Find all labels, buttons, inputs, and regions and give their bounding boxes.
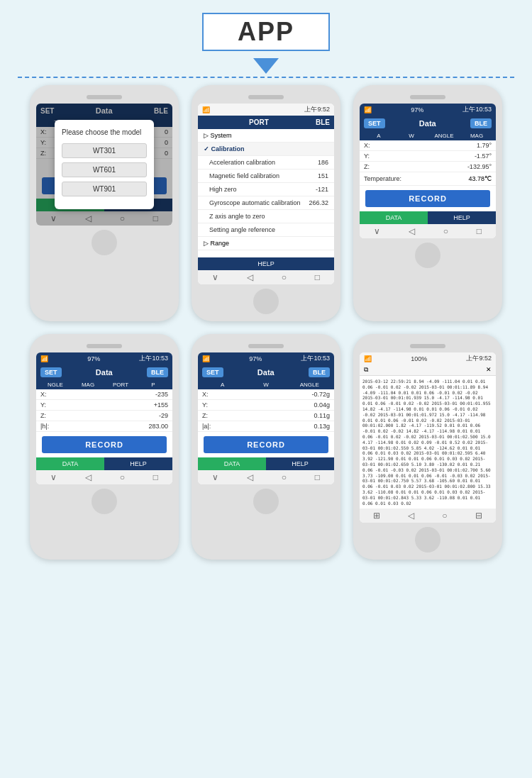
phone6-battery: 100% — [411, 355, 427, 362]
phone5-cols: A W ANGLE — [198, 380, 334, 389]
z-axis-label: Z axis angle to zero — [209, 213, 265, 220]
phone5-data-btn[interactable]: DATA — [198, 457, 266, 470]
phone3-signal: 📶 — [364, 106, 372, 113]
phone4-row-z: Z: -29 — [36, 411, 172, 421]
menu-high-zero[interactable]: High zero -121 — [198, 183, 334, 196]
phone5-row-a: |a|: 0.13g — [198, 421, 334, 432]
phone6-home-button[interactable] — [415, 527, 440, 552]
p5-label-y: Y: — [202, 401, 222, 409]
speaker2 — [248, 95, 284, 99]
phone3-cols: A W ANGLE MAG — [360, 131, 496, 140]
header: APP — [0, 0, 532, 55]
nav3-home: ○ — [443, 226, 448, 236]
phone4-help-btn[interactable]: HELP — [104, 457, 172, 470]
col3-w: W — [395, 133, 428, 139]
menu-gyro-auto[interactable]: Gyroscope automatic calibration 266.32 — [198, 196, 334, 210]
menu-z-axis[interactable]: Z axis angle to zero — [198, 210, 334, 223]
phone4-home-button[interactable] — [92, 489, 117, 514]
angle-ref-label: Setting angle reference — [209, 226, 275, 233]
phone1-home-button[interactable] — [92, 230, 117, 255]
mag-calib-value: 151 — [303, 172, 328, 179]
phone6-csv: 2015-03-12 22:59:21 8.94 -4.09 -111.04 0… — [360, 376, 496, 509]
phone-6: 📶 100% 上午9:52 ⧉ ✕ 2015-03-12 22:59:21 8.… — [353, 334, 502, 560]
phone4-ble-btn[interactable]: BLE — [147, 367, 168, 377]
phone3-help-btn[interactable]: HELP — [428, 211, 496, 224]
modal-title: Please choose the model — [62, 128, 147, 136]
phone4-title: Data — [96, 368, 113, 377]
p4-value-y: +155 — [60, 401, 168, 409]
phone5-set-btn[interactable]: SET — [202, 367, 223, 377]
phone-6-screen: 📶 100% 上午9:52 ⧉ ✕ 2015-03-12 22:59:21 8.… — [360, 352, 496, 523]
menu-accel-calib[interactable]: Acceleration calibration 186 — [198, 156, 334, 170]
nav4-down: ∨ — [50, 472, 57, 482]
nav5-home: ○ — [282, 472, 287, 482]
phone3-home-button[interactable] — [415, 243, 440, 268]
phone-3: 📶 97% 上午10:53 SET Data BLE A W ANGLE MAG… — [353, 85, 502, 321]
phone2-home-button[interactable] — [253, 289, 279, 314]
phone4-set-btn[interactable]: SET — [40, 367, 62, 377]
phone3-row-y: Y: -1.57° — [360, 151, 496, 162]
phone5-help-btn[interactable]: HELP — [266, 457, 334, 470]
phone-2-screen: 📶 上午9:52 PORT BLE ▷ System ✓ Calibration… — [198, 104, 334, 284]
nav6-home: ○ — [442, 511, 447, 521]
col4-2: PORT — [104, 382, 137, 388]
phone6-copy-icon[interactable]: ⧉ — [364, 366, 368, 374]
model-wt901[interactable]: WT901 — [62, 182, 147, 196]
model-wt601[interactable]: WT601 — [62, 162, 147, 177]
phone4-bottom-nav: DATA HELP — [36, 457, 172, 470]
phone3-row-x: X: 1.79° — [360, 140, 496, 151]
phone6-close-icon[interactable]: ✕ — [486, 366, 492, 374]
phone3-record[interactable]: RECORD — [365, 190, 490, 207]
phone3-data-btn[interactable]: DATA — [360, 211, 428, 224]
phone2-navbar: ∨ ◁ ○ □ — [198, 270, 334, 284]
accel-calib-label: Acceleration calibration — [209, 159, 275, 166]
phone5-title: Data — [257, 368, 275, 377]
speaker — [87, 95, 122, 99]
menu-angle-ref[interactable]: Setting angle reference — [198, 223, 334, 237]
phone2-ble[interactable]: BLE — [316, 118, 330, 126]
phone-4: 📶 97% 上午10:53 SET Data BLE NGLE MAG PORT… — [30, 334, 179, 560]
phone4-data-btn[interactable]: DATA — [36, 457, 104, 470]
phone2-help-btn[interactable]: HELP — [198, 257, 334, 270]
phone2-appbar: PORT BLE — [198, 116, 334, 129]
phone5-time: 上午10:53 — [301, 354, 330, 363]
col5-2: ANGLE — [288, 382, 331, 388]
phone4-record[interactable]: RECORD — [42, 436, 167, 453]
nav6-back: ◁ — [408, 511, 414, 521]
model-select-modal: Please choose the model WT301 WT601 WT90… — [55, 120, 154, 209]
p5-label-x: X: — [202, 391, 222, 398]
p3-label-y: Y: — [364, 152, 384, 160]
col3-angle: ANGLE — [428, 133, 460, 139]
phone3-battery: 97% — [411, 106, 423, 113]
menu-system[interactable]: ▷ System — [198, 129, 334, 143]
menu-range-label: ▷ Range — [204, 240, 229, 247]
phone-5: 📶 97% 上午10:53 SET Data BLE A W ANGLE X: … — [192, 334, 340, 560]
model-wt301[interactable]: WT301 — [62, 143, 147, 158]
col3-a: A — [362, 133, 395, 139]
phone5-home-button[interactable] — [253, 489, 279, 514]
col3-mag: MAG — [460, 133, 493, 139]
p3-label-z: Z: — [364, 163, 384, 170]
phone5-row-z: Z: 0.11g — [198, 411, 334, 421]
phone-4-screen: 📶 97% 上午10:53 SET Data BLE NGLE MAG PORT… — [36, 352, 172, 484]
phone4-cols: NGLE MAG PORT P — [36, 380, 172, 389]
phone3-set-btn[interactable]: SET — [364, 118, 385, 128]
menu-mag-calib[interactable]: Magnetic field calibration 151 — [198, 170, 334, 183]
p4-label-h: |h|: — [40, 423, 60, 430]
menu-range[interactable]: ▷ Range — [198, 237, 334, 250]
accel-calib-value: 186 — [303, 159, 328, 166]
nav2-down: ∨ — [212, 272, 218, 282]
phone2-status: 📶 上午9:52 — [198, 104, 334, 116]
menu-calibration[interactable]: ✓ Calibration — [198, 143, 334, 156]
phone5-record[interactable]: RECORD — [204, 436, 328, 453]
phone6-time: 上午9:52 — [466, 354, 492, 363]
phone-row-2: 📶 97% 上午10:53 SET Data BLE NGLE MAG PORT… — [30, 334, 502, 560]
phone4-navbar: ∨ ◁ ○ □ — [36, 470, 172, 484]
phone3-bottom-nav: DATA HELP — [360, 211, 496, 224]
phone5-ble-btn[interactable]: BLE — [309, 367, 330, 377]
phone5-signal: 📶 — [202, 355, 210, 362]
nav4-square: □ — [153, 472, 158, 482]
p3-value-z: -132.95° — [384, 163, 492, 170]
nav2-home: ○ — [282, 272, 287, 282]
phone3-ble-btn[interactable]: BLE — [470, 118, 492, 128]
